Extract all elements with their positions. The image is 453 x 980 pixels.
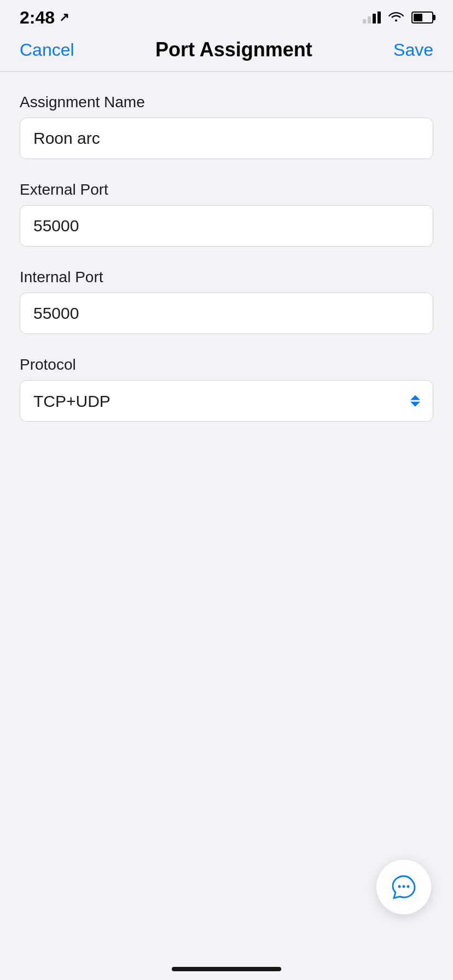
location-arrow-icon: ↗ — [59, 10, 69, 25]
internal-port-input[interactable] — [20, 293, 433, 334]
external-port-label: External Port — [20, 181, 433, 199]
protocol-label: Protocol — [20, 356, 433, 374]
assignment-name-group: Assignment Name — [20, 94, 433, 159]
home-indicator — [172, 967, 281, 971]
external-port-input[interactable] — [20, 205, 433, 247]
chat-icon — [390, 873, 417, 901]
status-icons — [363, 10, 433, 25]
status-bar: 2:48 ↗ — [0, 0, 453, 33]
nav-header: Cancel Port Assignment Save — [0, 33, 453, 71]
protocol-select-wrapper: TCP UDP TCP+UDP — [20, 380, 433, 422]
protocol-select[interactable]: TCP UDP TCP+UDP — [20, 380, 433, 422]
chat-fab-button[interactable] — [376, 860, 431, 914]
save-button[interactable]: Save — [393, 40, 433, 60]
external-port-group: External Port — [20, 181, 433, 247]
protocol-group: Protocol TCP UDP TCP+UDP — [20, 356, 433, 422]
assignment-name-input[interactable] — [20, 118, 433, 159]
signal-bars-icon — [363, 11, 381, 24]
svg-point-2 — [407, 885, 410, 888]
svg-point-0 — [398, 885, 401, 888]
assignment-name-label: Assignment Name — [20, 94, 433, 111]
status-time: 2:48 ↗ — [20, 8, 69, 28]
wifi-icon — [388, 10, 404, 25]
form-container: Assignment Name External Port Internal P… — [0, 72, 453, 465]
internal-port-label: Internal Port — [20, 269, 433, 286]
battery-icon — [411, 11, 433, 24]
page-title: Port Assignment — [155, 38, 312, 61]
svg-point-1 — [403, 885, 405, 888]
internal-port-group: Internal Port — [20, 269, 433, 334]
cancel-button[interactable]: Cancel — [20, 40, 74, 60]
